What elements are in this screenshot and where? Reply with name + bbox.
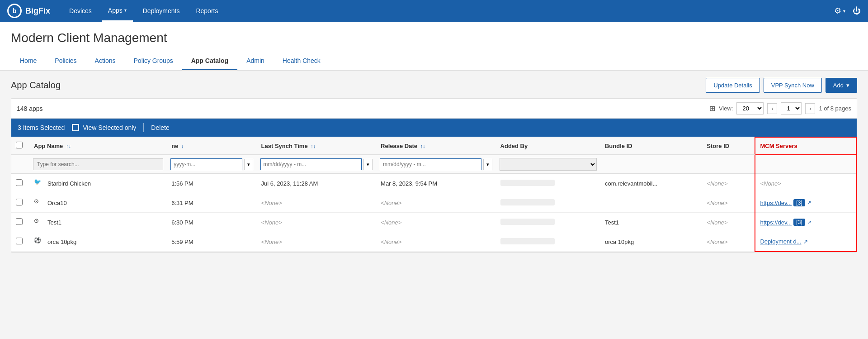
add-dropdown-arrow: ▾: [846, 82, 849, 89]
app-name-cell: ⊙ Orca10: [29, 193, 167, 213]
view-selected-label[interactable]: View Selected only: [72, 124, 136, 131]
mcm-servers-cell: https://dev... [3] ↗: [755, 193, 856, 213]
added-by-blurred: [500, 199, 555, 205]
row-checkbox[interactable]: [16, 218, 23, 225]
next-page-button[interactable]: ›: [805, 103, 815, 114]
table-wrapper: App Name ↑↓ ne ↓ Last Synch Time ↑↓ Re: [11, 137, 857, 252]
mcm-link-badge: Deployment d... ↗: [760, 238, 807, 245]
tab-policy-groups[interactable]: Policy Groups: [125, 53, 182, 70]
col-added-by: Added By: [496, 137, 600, 155]
nav-reports[interactable]: Reports: [189, 0, 224, 22]
tab-actions[interactable]: Actions: [86, 53, 125, 70]
mcm-count-badge[interactable]: [3]: [793, 219, 805, 226]
sort-synch-icon[interactable]: ↑↓: [311, 143, 316, 149]
filter-added-by-select[interactable]: [500, 158, 597, 171]
mcm-servers-cell: Deployment d... ↗: [755, 232, 856, 252]
col-time: ne ↓: [167, 137, 256, 155]
select-all-header: [11, 137, 29, 155]
app-name-cell: 🐦 Starbird Chicken: [29, 174, 167, 193]
app-icon: ⊙: [34, 217, 44, 227]
mcm-count-badge[interactable]: [3]: [793, 199, 805, 206]
time-cell: 6:30 PM: [167, 213, 256, 232]
sort-time-icon[interactable]: ↓: [181, 143, 184, 149]
app-name: orca 10pkg: [47, 239, 76, 245]
tab-home[interactable]: Home: [11, 53, 46, 70]
row-checkbox[interactable]: [16, 179, 23, 186]
mcm-server-link[interactable]: https://dev...: [760, 200, 792, 206]
filter-store-id: [702, 155, 755, 174]
store-id-cell: <None>: [702, 193, 755, 213]
added-by-blurred: [500, 180, 555, 186]
vpp-synch-button[interactable]: VPP Synch Now: [764, 78, 822, 93]
page-header: Modern Client Management Home Policies A…: [0, 22, 868, 71]
external-link-icon[interactable]: ↗: [807, 200, 811, 206]
view-count-select[interactable]: 20 50 100: [736, 102, 764, 115]
nav-right: ⚙ ▾ ⏻: [834, 6, 861, 16]
added-by-blurred: [500, 219, 555, 225]
bundle-id-cell: Test1: [600, 213, 702, 232]
tab-app-catalog[interactable]: App Catalog: [182, 53, 237, 70]
table-toolbar: 148 apps ⊞ View: 20 50 100 ‹ 1 2 › 1 of …: [11, 99, 857, 119]
filter-release-dropdown[interactable]: ▾: [483, 159, 492, 170]
table-body: 🐦 Starbird Chicken 1:56 PM Jul 6, 2023, …: [11, 174, 856, 252]
mcm-server-link[interactable]: Deployment d...: [760, 238, 801, 245]
filter-time-dropdown[interactable]: ▾: [244, 159, 253, 170]
filter-last-synch: ▾: [257, 155, 377, 174]
last-synch-cell: <None>: [257, 193, 377, 213]
grid-view-icon[interactable]: ⊞: [709, 104, 715, 113]
power-icon[interactable]: ⏻: [853, 6, 861, 16]
app-icon: 🐦: [34, 178, 44, 188]
toolbar-right: ⊞ View: 20 50 100 ‹ 1 2 › 1 of 8 pages: [709, 102, 851, 115]
col-bundle-id: Bundle ID: [600, 137, 702, 155]
table-header-row: App Name ↑↓ ne ↓ Last Synch Time ↑↓ Re: [11, 137, 856, 155]
col-app-name: App Name ↑↓: [29, 137, 167, 155]
update-details-button[interactable]: Update Details: [706, 78, 760, 93]
sort-release-icon[interactable]: ↑↓: [420, 143, 425, 149]
page-select[interactable]: 1 2: [781, 102, 802, 115]
external-link-icon[interactable]: ↗: [803, 239, 808, 245]
nav-deployments[interactable]: Deployments: [137, 0, 186, 22]
content-area: App Catalog Update Details VPP Synch Now…: [0, 71, 868, 260]
view-label: View:: [719, 105, 733, 112]
filter-synch-dropdown[interactable]: ▾: [363, 159, 373, 170]
nav-devices[interactable]: Devices: [63, 0, 98, 22]
select-all-checkbox[interactable]: [16, 142, 23, 148]
last-synch-cell: <None>: [257, 213, 377, 232]
selected-count: 3 Items Selected: [18, 124, 65, 131]
row-checkbox-cell: [11, 213, 29, 232]
row-checkbox[interactable]: [16, 238, 23, 244]
release-date-cell: Mar 8, 2023, 9:54 PM: [376, 174, 496, 193]
mcm-server-link[interactable]: https://dev...: [760, 219, 792, 226]
row-checkbox[interactable]: [16, 199, 23, 205]
nav-apps-arrow: ▾: [124, 8, 127, 13]
delete-button[interactable]: Delete: [151, 124, 169, 131]
tab-health-check[interactable]: Health Check: [274, 53, 330, 70]
search-app-name-input[interactable]: [33, 158, 163, 170]
table-container: 148 apps ⊞ View: 20 50 100 ‹ 1 2 › 1 of …: [11, 98, 857, 253]
nav-apps[interactable]: Apps ▾: [102, 0, 133, 22]
store-id-cell: <None>: [702, 174, 755, 193]
col-mcm-servers: MCM Servers: [755, 137, 856, 155]
logo[interactable]: b BigFix: [7, 4, 50, 18]
mcm-link-badge: https://dev... [3] ↗: [760, 219, 811, 226]
filter-time-input[interactable]: [170, 158, 242, 170]
tab-admin[interactable]: Admin: [237, 53, 274, 70]
filter-release-input[interactable]: [380, 158, 481, 170]
col-last-synch: Last Synch Time ↑↓: [257, 137, 377, 155]
external-link-icon[interactable]: ↗: [807, 219, 811, 225]
row-checkbox-cell: [11, 174, 29, 193]
tab-policies[interactable]: Policies: [46, 53, 85, 70]
sort-app-name-icon[interactable]: ↑↓: [66, 143, 71, 149]
view-selected-checkbox[interactable]: [72, 124, 79, 131]
app-name: Orca10: [47, 200, 67, 206]
filter-added-by: [496, 155, 600, 174]
add-button[interactable]: Add ▾: [826, 78, 857, 93]
filter-synch-input[interactable]: [260, 158, 362, 170]
page-title: Modern Client Management: [11, 31, 857, 45]
added-by-cell: [496, 232, 600, 252]
settings-icon[interactable]: ⚙ ▾: [834, 6, 845, 16]
selection-bar: 3 Items Selected View Selected only Dele…: [11, 119, 857, 137]
prev-page-button[interactable]: ‹: [767, 103, 777, 114]
logo-icon: b: [7, 4, 22, 18]
added-by-blurred: [500, 238, 555, 244]
